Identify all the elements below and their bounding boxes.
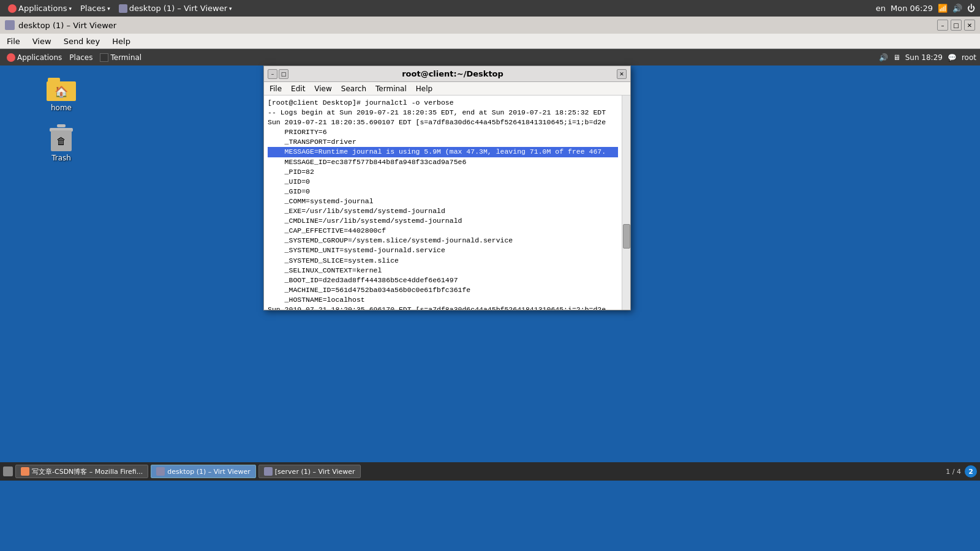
host-datetime: Mon 06:29 [891,4,933,13]
gnome-places-label: Places [69,53,92,62]
trash-body: 🗑 [51,130,72,151]
terminal-close-btn[interactable]: ✕ [617,69,627,79]
gnome-user: root [962,53,976,62]
virt-viewer-minimize[interactable]: – [937,20,948,31]
host-window-title: desktop (1) – Virt Viewer ▾ [116,2,235,14]
taskbar-item-firefox[interactable]: 写文章-CSDN博客 – Mozilla Firefi... [15,465,148,478]
terminal-output: [root@client Desktop]# journalctl -o ver… [264,96,622,310]
terminal-minimize-btn[interactable]: – [268,69,277,79]
host-window-label: desktop (1) – Virt Viewer [129,4,227,13]
gnome-chat-icon: 💬 [948,53,957,62]
scroll-thumb[interactable] [623,224,630,249]
term-terminal-menu[interactable]: Terminal [372,84,410,94]
virt-viewer-wm-buttons: – □ ✕ [937,20,975,31]
gnome-apps-menu[interactable]: Applications [4,52,65,63]
server-virt-icon [264,467,273,476]
virt-file-menu[interactable]: File [3,36,24,47]
term-help-menu[interactable]: Help [413,84,435,94]
terminal-close-buttons: ✕ [617,69,627,79]
gnome-panel: Applications Places Terminal 🔊 🖥 Sun 18:… [0,49,980,66]
home-folder-icon: 🏠 [47,78,76,101]
taskbar-item-desktop-virt[interactable]: desktop (1) – Virt Viewer [151,465,256,478]
taskbar-right: 1 / 4 2 [946,465,977,478]
workspace-indicator[interactable]: 2 [965,465,977,478]
taskbar-item-server-virt[interactable]: [server (1) – Virt Viewer [258,465,361,478]
trash-folder-icon: 🗑 [50,124,73,151]
terminal-tab-icon [100,53,108,62]
term-file-menu[interactable]: File [266,84,285,94]
system-bar-left: Applications ▾ Places ▾ desktop (1) – Vi… [5,2,235,14]
gnome-screen-icon: 🖥 [893,53,900,62]
host-places-arrow: ▾ [107,6,110,12]
desktop-content: 🏠 home 🗑 Trash – [0,66,980,462]
virt-viewer-content: Applications Places Terminal 🔊 🖥 Sun 18:… [0,49,980,481]
host-window-arrow: ▾ [229,6,232,12]
virt-viewer-titlebar: desktop (1) – Virt Viewer – □ ✕ [0,17,980,34]
host-sound-icon: 🔊 [952,4,962,13]
virt-viewer-maximize[interactable]: □ [951,20,962,31]
virt-viewer-icon [119,4,127,13]
terminal-window: – □ root@client:~/Desktop ✕ File Edit Vi… [263,66,631,310]
desktop-icons: 🏠 home 🗑 Trash [0,66,123,462]
term-view-menu[interactable]: View [311,84,334,94]
host-apps-arrow: ▾ [69,6,72,12]
terminal-menubar: File Edit View Search Terminal Help [264,82,630,96]
firefox-icon [21,467,29,476]
virt-viewer-close[interactable]: ✕ [964,20,975,31]
gnome-terminal-label: Terminal [110,53,141,62]
home-glyph: 🏠 [55,85,68,98]
system-bar: Applications ▾ Places ▾ desktop (1) – Vi… [0,0,980,17]
host-apps-label: Applications [18,4,67,13]
host-lang: en [876,4,886,13]
gnome-sound-icon: 🔊 [879,53,888,62]
trash-label: Trash [51,154,71,162]
virt-viewer-title: desktop (1) – Virt Viewer [18,21,116,30]
taskbar-start-icon [3,467,13,476]
virt-viewer-menubar: File View Send key Help [0,34,980,48]
gnome-terminal-tab[interactable]: Terminal [97,52,145,63]
home-icon[interactable]: 🏠 home [37,78,86,112]
virt-viewer-title-icon [5,20,15,30]
host-apps-menu[interactable]: Applications ▾ [5,2,75,14]
virt-sendkey-menu[interactable]: Send key [60,36,104,47]
terminal-wm-buttons: – □ [268,69,288,79]
host-network-icon: 📶 [938,4,948,13]
gnome-panel-right: 🔊 🖥 Sun 18:29 💬 root [879,53,976,62]
desktop-virt-label: desktop (1) – Virt Viewer [167,468,251,476]
firefox-label: 写文章-CSDN博客 – Mozilla Firefi... [32,467,143,476]
desktop-virt-icon [156,467,165,476]
gnome-time: Sun 18:29 [905,53,943,62]
host-power-icon: ⏻ [967,4,975,13]
system-bar-right: en Mon 06:29 📶 🔊 ⏻ [876,4,975,13]
virt-help-menu[interactable]: Help [108,36,134,47]
term-search-menu[interactable]: Search [338,84,369,94]
host-places-label: Places [80,4,105,13]
taskbar: 写文章-CSDN博客 – Mozilla Firefi... desktop (… [0,462,980,481]
trash-glyph: 🗑 [56,135,66,147]
virt-view-menu[interactable]: View [29,36,55,47]
gnome-places-menu[interactable]: Places [66,52,96,63]
term-edit-menu[interactable]: Edit [288,84,308,94]
terminal-maximize-btn[interactable]: □ [279,69,288,79]
terminal-title: root@client:~/Desktop [288,69,617,78]
server-virt-label: [server (1) – Virt Viewer [275,468,355,476]
terminal-body[interactable]: [root@client Desktop]# journalctl -o ver… [264,96,630,310]
virt-viewer-chrome: desktop (1) – Virt Viewer – □ ✕ File Vie… [0,17,980,49]
trash-handle [57,124,66,127]
host-places-menu[interactable]: Places ▾ [77,2,113,14]
fedora-icon [8,4,17,13]
terminal-scrollbar[interactable] [622,96,630,310]
page-info: 1 / 4 [946,468,961,476]
gnome-panel-left: Applications Places Terminal [4,52,145,63]
home-label: home [51,103,72,112]
folder-body: 🏠 [47,81,76,101]
gnome-fedora-icon [7,53,15,62]
terminal-titlebar: – □ root@client:~/Desktop ✕ [264,66,630,82]
trash-icon-desktop[interactable]: 🗑 Trash [37,124,86,162]
gnome-apps-label: Applications [17,53,62,62]
